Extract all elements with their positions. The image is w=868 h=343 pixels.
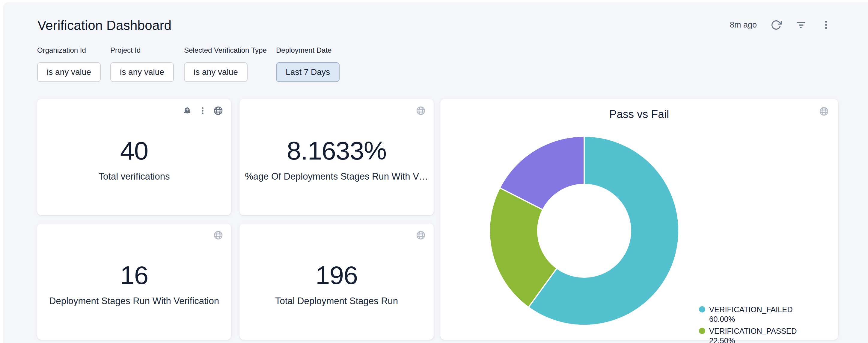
legend-label: VERIFICATION_PASSED 22.50% (709, 327, 797, 343)
refresh-icon[interactable] (771, 20, 782, 31)
filter-label: Deployment Date (276, 46, 340, 55)
filter-value-button[interactable]: is any value (184, 62, 248, 82)
stat-label: Total verifications (99, 171, 170, 182)
stat-label: %age Of Deployments Stages Run With V… (245, 171, 428, 182)
filter-value-button[interactable]: Last 7 Days (276, 62, 340, 82)
stat-value: 8.1633% (287, 136, 386, 165)
header-actions: 8m ago (730, 19, 831, 31)
filter-project-id: Project Id is any value (110, 46, 174, 82)
kebab-menu-icon[interactable] (820, 20, 831, 30)
stat-tile-stages-run-with-verification: 16 Deployment Stages Run With Verificati… (37, 224, 231, 340)
stat-label: Deployment Stages Run With Verification (49, 296, 219, 307)
last-refresh-text: 8m ago (730, 20, 757, 30)
filter-label: Organization Id (37, 46, 101, 55)
stat-value: 40 (120, 136, 148, 165)
bell-plus-icon[interactable] (182, 106, 192, 116)
filter-icon[interactable] (796, 19, 807, 31)
tile-actions (182, 106, 223, 116)
pass-vs-fail-panel: Pass vs Fail VERIFICATION_FAILED 60.00% … (440, 99, 838, 340)
chart-legend: VERIFICATION_FAILED 60.00% VERIFICATION_… (699, 305, 796, 343)
stat-value: 196 (316, 261, 358, 289)
filter-label: Project Id (110, 46, 174, 55)
filter-label: Selected Verification Type (184, 46, 267, 55)
stat-tile-total-verifications: 40 Total verifications (37, 99, 231, 215)
kebab-menu-icon[interactable] (198, 106, 207, 115)
tile-actions (416, 230, 426, 240)
stat-tile-percent-stages-with-verification: 8.1633% %age Of Deployments Stages Run W… (240, 99, 434, 215)
tile-actions (416, 106, 426, 116)
legend-swatch (699, 328, 705, 334)
filter-organization-id: Organization Id is any value (37, 46, 101, 82)
donut-hole (537, 184, 631, 278)
stat-label: Total Deployment Stages Run (275, 296, 398, 307)
tile-actions (213, 230, 223, 240)
filter-deployment-date: Deployment Date Last 7 Days (276, 46, 340, 82)
globe-icon[interactable] (416, 106, 426, 116)
globe-icon[interactable] (416, 230, 426, 240)
filter-verification-type: Selected Verification Type is any value (184, 46, 267, 82)
legend-item[interactable]: VERIFICATION_FAILED 60.00% (699, 305, 796, 324)
chart-title: Pass vs Fail (440, 108, 838, 121)
legend-item[interactable]: VERIFICATION_PASSED 22.50% (699, 327, 796, 343)
globe-icon[interactable] (819, 106, 829, 117)
filter-value-button[interactable]: is any value (37, 62, 101, 82)
donut-chart[interactable] (490, 137, 678, 325)
legend-swatch (699, 306, 705, 312)
page-title: Verification Dashboard (37, 18, 172, 33)
stat-value: 16 (120, 261, 148, 289)
globe-icon[interactable] (213, 106, 223, 116)
dashboard-background: Verification Dashboard 8m ago Organizati… (3, 2, 868, 343)
globe-icon[interactable] (213, 230, 223, 240)
stat-tile-total-deployment-stages-run: 196 Total Deployment Stages Run (240, 224, 434, 340)
legend-label: VERIFICATION_FAILED 60.00% (709, 305, 796, 324)
filter-value-button[interactable]: is any value (110, 62, 174, 82)
